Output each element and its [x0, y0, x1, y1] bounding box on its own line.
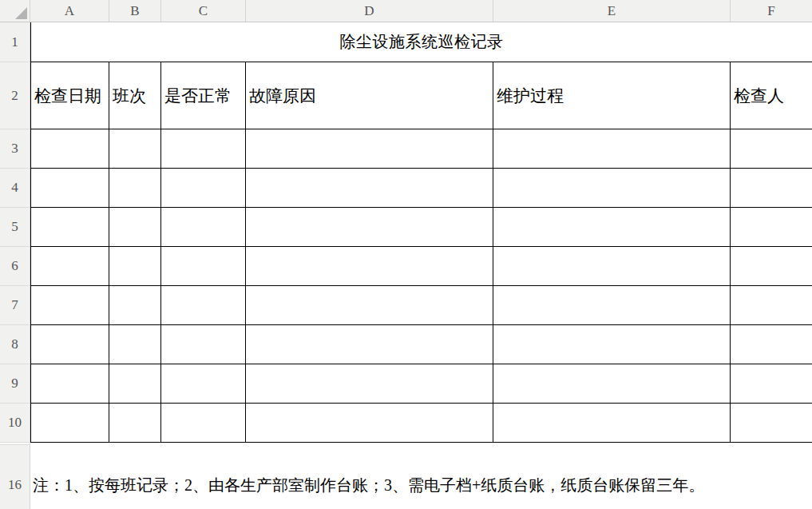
- table-row: [30, 208, 812, 247]
- empty-cell[interactable]: [731, 404, 812, 442]
- empty-cell[interactable]: [731, 129, 812, 168]
- select-all-corner[interactable]: [0, 0, 30, 22]
- empty-cell[interactable]: [161, 247, 246, 285]
- empty-cell[interactable]: [731, 247, 812, 285]
- header-cell-inspector[interactable]: 检查人: [731, 62, 812, 129]
- table-row: [30, 364, 812, 404]
- empty-cell[interactable]: [246, 247, 493, 285]
- row-header-2[interactable]: 2: [0, 62, 30, 129]
- table-row: [30, 247, 812, 286]
- empty-cell[interactable]: [731, 286, 812, 324]
- header-cell-fault-reason[interactable]: 故障原因: [246, 62, 493, 129]
- empty-cell[interactable]: [246, 364, 493, 403]
- empty-cell[interactable]: [246, 325, 493, 364]
- empty-cell[interactable]: [493, 286, 731, 324]
- table-row: [30, 404, 812, 443]
- empty-cell[interactable]: [731, 364, 812, 403]
- column-header-a[interactable]: A: [30, 0, 109, 22]
- empty-cell[interactable]: [493, 325, 731, 364]
- empty-cell[interactable]: [731, 169, 812, 207]
- empty-cell[interactable]: [109, 208, 161, 246]
- row-header-3[interactable]: 3: [0, 129, 30, 169]
- spreadsheet: A B C D E F 1 2 3 4 5 6 7 8 9 10 16 除尘设施…: [0, 0, 812, 509]
- empty-cell[interactable]: [31, 247, 109, 285]
- header-cell-normal-status[interactable]: 是否正常: [161, 62, 246, 129]
- empty-cell[interactable]: [109, 364, 161, 403]
- column-header-e[interactable]: E: [493, 0, 731, 22]
- row-header-7[interactable]: 7: [0, 286, 30, 325]
- empty-cell[interactable]: [161, 404, 246, 442]
- empty-cell[interactable]: [161, 129, 246, 168]
- empty-cell[interactable]: [109, 325, 161, 364]
- empty-cell[interactable]: [161, 169, 246, 207]
- row-header-6[interactable]: 6: [0, 247, 30, 286]
- empty-cell[interactable]: [109, 404, 161, 442]
- empty-cell[interactable]: [246, 208, 493, 246]
- grid: 除尘设施系统巡检记录 检查日期 班次 是否正常 故障原因 维护过程 检查人: [30, 22, 812, 509]
- column-header-d[interactable]: D: [246, 0, 493, 22]
- empty-cell[interactable]: [109, 247, 161, 285]
- empty-cell[interactable]: [493, 129, 731, 168]
- empty-cell[interactable]: [109, 286, 161, 324]
- empty-cell[interactable]: [31, 325, 109, 364]
- row-header-9[interactable]: 9: [0, 364, 30, 404]
- sheet-body: 1 2 3 4 5 6 7 8 9 10 16 除尘设施系统巡检记录 检查日期 …: [0, 22, 812, 509]
- empty-cell[interactable]: [246, 129, 493, 168]
- empty-cell[interactable]: [493, 169, 731, 207]
- empty-cell[interactable]: [246, 286, 493, 324]
- empty-cell[interactable]: [31, 208, 109, 246]
- empty-cell[interactable]: [31, 404, 109, 442]
- row-header-5[interactable]: 5: [0, 208, 30, 247]
- header-cell-inspection-date[interactable]: 检查日期: [31, 62, 109, 129]
- table-row: [30, 129, 812, 169]
- empty-cell[interactable]: [493, 247, 731, 285]
- column-header-b[interactable]: B: [109, 0, 161, 22]
- empty-cell[interactable]: [109, 169, 161, 207]
- select-all-icon: [15, 7, 27, 19]
- empty-cell[interactable]: [161, 364, 246, 403]
- note-cell[interactable]: 注：1、按每班记录；2、由各生产部室制作台账；3、需电子档+纸质台账，纸质台账保…: [30, 445, 812, 509]
- empty-cell[interactable]: [31, 286, 109, 324]
- empty-cell[interactable]: [161, 325, 246, 364]
- row-header-4[interactable]: 4: [0, 169, 30, 208]
- empty-cell[interactable]: [493, 208, 731, 246]
- empty-cell[interactable]: [731, 325, 812, 364]
- table-row: [30, 169, 812, 208]
- table-row: [30, 325, 812, 364]
- empty-cell[interactable]: [246, 169, 493, 207]
- empty-cell[interactable]: [731, 208, 812, 246]
- row-header-8[interactable]: 8: [0, 325, 30, 364]
- empty-cell[interactable]: [109, 129, 161, 168]
- title-cell[interactable]: 除尘设施系统巡检记录: [30, 22, 812, 62]
- column-header-c[interactable]: C: [161, 0, 246, 22]
- row-header-column: 1 2 3 4 5 6 7 8 9 10 16: [0, 22, 30, 509]
- empty-cell[interactable]: [161, 208, 246, 246]
- row-header-10[interactable]: 10: [0, 404, 30, 443]
- empty-cell[interactable]: [493, 364, 731, 403]
- column-header-f[interactable]: F: [731, 0, 812, 22]
- row-header-16[interactable]: 16: [0, 445, 30, 509]
- table-row: [30, 286, 812, 325]
- header-cell-shift[interactable]: 班次: [109, 62, 161, 129]
- empty-cell[interactable]: [31, 364, 109, 403]
- table-header-row: 检查日期 班次 是否正常 故障原因 维护过程 检查人: [30, 62, 812, 129]
- empty-cell[interactable]: [246, 404, 493, 442]
- header-cell-maintenance[interactable]: 维护过程: [493, 62, 731, 129]
- column-header-row: A B C D E F: [0, 0, 812, 22]
- empty-cell[interactable]: [161, 286, 246, 324]
- empty-cell[interactable]: [31, 169, 109, 207]
- empty-cell[interactable]: [493, 404, 731, 442]
- row-header-1[interactable]: 1: [0, 22, 30, 62]
- empty-cell[interactable]: [31, 129, 109, 168]
